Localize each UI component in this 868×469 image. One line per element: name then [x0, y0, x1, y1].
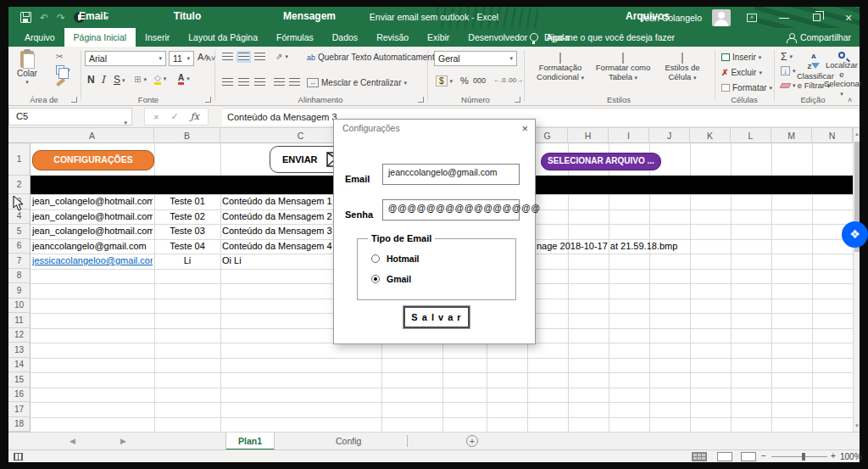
sheet-tab-config[interactable]: Config	[324, 433, 373, 450]
name-box[interactable]: C5▾	[8, 108, 132, 126]
underline-button[interactable]: S	[114, 74, 120, 86]
format-as-table-button[interactable]: Formatar como Tabela ▾	[592, 53, 654, 82]
cell-email-row3[interactable]: jean_colangelo@hotmail.com	[32, 194, 153, 209]
row-header-11[interactable]: 11	[8, 313, 31, 328]
tab-layout-da-pagina[interactable]: Layout da Página	[179, 28, 267, 47]
cell-email-row4[interactable]: jean_colangelo@hotmail.com	[32, 209, 153, 225]
zoom-slider[interactable]	[771, 456, 827, 457]
format-painter-button[interactable]	[56, 81, 65, 84]
decrease-decimal-icon[interactable]: .00→	[507, 76, 523, 84]
sheet-tab-plan1[interactable]: Plan1	[225, 433, 275, 450]
radio-hotmail-icon[interactable]	[371, 254, 380, 263]
row-header-8[interactable]: 8	[8, 269, 31, 284]
comma-format-icon[interactable]: 000	[473, 76, 486, 85]
font-dialog-launcher-icon[interactable]	[205, 97, 211, 103]
align-center-icon[interactable]	[238, 78, 249, 87]
copy-button[interactable]: ▾	[56, 65, 70, 75]
align-bottom-icon[interactable]	[254, 53, 265, 61]
wrap-text-button[interactable]: ab Quebrar Texto Automaticamente	[307, 53, 439, 62]
font-name-select[interactable]: Arial▾	[85, 51, 166, 66]
row-header-9[interactable]: 9	[8, 283, 31, 299]
borders-icon[interactable]: ⊞▾	[134, 75, 147, 84]
delete-cells-button[interactable]: ✗ Excluir▾	[721, 68, 762, 77]
paste-button[interactable]: Colar ▾	[17, 51, 37, 86]
row-header-12[interactable]: 12	[8, 328, 31, 343]
vertical-scrollbar[interactable]: ▲ ▼	[853, 128, 860, 432]
cell-titulo-row5[interactable]: Teste 03	[154, 224, 220, 239]
align-left-icon[interactable]	[222, 78, 233, 87]
tab-exibir[interactable]: Exibir	[418, 28, 459, 47]
increase-indent-icon[interactable]	[289, 78, 300, 87]
email-field[interactable]: jeanccolangelo@gmail.com	[382, 164, 520, 185]
column-header-N[interactable]: N	[812, 128, 853, 143]
selecionar-arquivo-button[interactable]: SELECIONAR ARQUIVO ...	[541, 153, 661, 170]
row-header-5[interactable]: 5	[8, 224, 31, 239]
configuracoes-button[interactable]: CONFIGURAÇÕES	[32, 150, 154, 170]
column-header-J[interactable]: J	[649, 128, 690, 143]
cell-titulo-row6[interactable]: Teste 04	[154, 239, 220, 254]
italic-button[interactable]: I	[101, 74, 105, 86]
font-color-button[interactable]: A▾	[178, 73, 190, 85]
clipboard-dialog-launcher-icon[interactable]	[71, 97, 77, 103]
insert-function-icon[interactable]: ƒx	[191, 111, 199, 122]
percent-format-icon[interactable]: %	[460, 75, 469, 86]
cell-email-row7-link[interactable]: jessicacolangeloo@gmail.com	[32, 254, 153, 269]
dropbox-overlay-icon[interactable]: ❖	[842, 221, 868, 248]
row-header-10[interactable]: 10	[8, 299, 31, 314]
row-header-2[interactable]: 2	[8, 176, 31, 194]
confirm-formula-icon[interactable]: ✓	[170, 111, 178, 122]
share-button[interactable]: Compartilhar	[787, 28, 851, 47]
cell-titulo-row3[interactable]: Teste 01	[154, 194, 220, 209]
row-header-16[interactable]: 16	[8, 388, 31, 403]
tab-inserir[interactable]: Inserir	[136, 28, 179, 47]
tab-desenvolvedor[interactable]: Desenvolvedor	[459, 28, 537, 47]
row-header-7[interactable]: 7	[8, 254, 31, 269]
column-header-M[interactable]: M	[771, 128, 812, 143]
radio-gmail-icon[interactable]	[371, 275, 380, 283]
radio-gmail[interactable]: Gmail	[371, 274, 411, 284]
tell-me-box[interactable]: Diga-me o que você deseja fazer	[530, 28, 675, 47]
column-header-L[interactable]: L	[731, 128, 771, 143]
zoom-in-icon[interactable]: +	[831, 451, 836, 461]
column-header-A[interactable]: A	[31, 128, 154, 143]
insert-cells-button[interactable]: Inserir▾	[721, 53, 761, 62]
cell-email-row5[interactable]: jean_colangelo@hotmail.com	[32, 224, 153, 239]
row-header-17[interactable]: 17	[8, 402, 31, 417]
add-sheet-button[interactable]: +	[466, 435, 478, 447]
align-middle-icon[interactable]	[238, 53, 249, 61]
tab-revisao[interactable]: Revisão	[367, 28, 418, 47]
row-header-6[interactable]: 6	[8, 239, 31, 254]
formula-input[interactable]: Conteúdo da Mensagem 3	[222, 108, 860, 126]
salvar-button[interactable]: S a l v a r	[403, 306, 470, 328]
increase-decimal-icon[interactable]: ←.0	[493, 76, 506, 84]
column-header-B[interactable]: B	[154, 128, 220, 143]
align-top-icon[interactable]	[222, 53, 233, 61]
fill-color-button[interactable]: ◇▾	[154, 73, 166, 85]
decrease-font-icon[interactable]: A˅	[206, 54, 215, 63]
row-header-13[interactable]: 13	[8, 343, 31, 358]
fill-button[interactable]: ↓▾	[781, 66, 796, 75]
conditional-formatting-button[interactable]: Formatação Condicional ▾	[529, 53, 592, 82]
sheet-nav-right-icon[interactable]: ▶	[120, 433, 126, 450]
row-header-18[interactable]: 18	[8, 417, 31, 433]
find-select-button[interactable]: Localizar e Selecionar ▾	[824, 51, 860, 98]
zoom-out-icon[interactable]: −	[761, 451, 766, 461]
row-header-15[interactable]: 15	[8, 372, 31, 388]
underline-dropdown-icon[interactable]: ▾	[122, 77, 125, 84]
radio-hotmail[interactable]: Hotmail	[371, 254, 420, 264]
tab-pagina-inicial[interactable]: Página Inicial	[64, 28, 136, 47]
number-dialog-launcher-icon[interactable]	[515, 97, 520, 103]
dialog-close-icon[interactable]: ×	[521, 122, 528, 135]
column-header-I[interactable]: I	[609, 128, 649, 143]
font-size-select[interactable]: 11▾	[169, 51, 194, 66]
scroll-down-icon[interactable]: ▼	[854, 420, 860, 432]
autosum-button[interactable]: Σ▾	[781, 51, 793, 63]
currency-format-icon[interactable]: $▾	[436, 75, 453, 87]
cancel-formula-icon[interactable]: ×	[153, 112, 159, 122]
scroll-up-icon[interactable]: ▲	[854, 128, 860, 140]
bold-button[interactable]: N	[87, 74, 95, 86]
collapse-ribbon-icon[interactable]: ˄	[848, 96, 852, 104]
cell-styles-button[interactable]: Estilos de Célula ▾	[651, 53, 714, 82]
tab-arquivo[interactable]: Arquivo	[15, 28, 64, 47]
page-layout-view-icon[interactable]	[717, 452, 732, 461]
